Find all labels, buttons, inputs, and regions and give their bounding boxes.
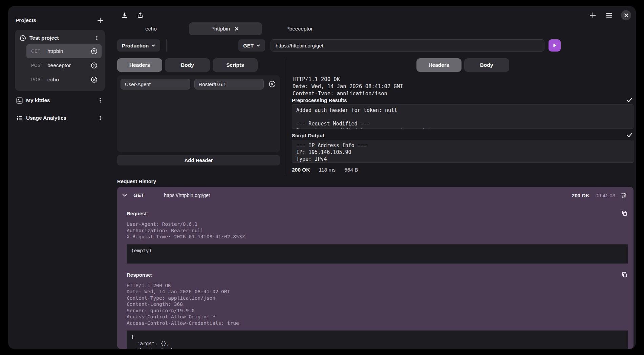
- script-output[interactable]: === IP Address Info === IP: 195.146.105.…: [292, 140, 634, 163]
- tab-beeceptor[interactable]: *beeceptor: [263, 22, 337, 35]
- history-url: https://httpbin.org/get: [164, 193, 567, 198]
- check-icon: [627, 133, 632, 138]
- history-request-body[interactable]: (empty): [127, 244, 628, 264]
- method-dropdown[interactable]: GET: [238, 39, 265, 52]
- chevron-down-icon[interactable]: [122, 193, 127, 198]
- trash-icon: [621, 192, 627, 199]
- projects-title: Projects: [16, 17, 36, 23]
- copy-response-button[interactable]: [621, 271, 628, 278]
- hamburger-icon: [605, 12, 613, 19]
- tab-echo[interactable]: echo: [114, 22, 188, 35]
- request-method-badge: POST: [31, 77, 47, 82]
- project-card: Test project GET httpbin POST bee: [15, 30, 105, 91]
- kebab-icon: [94, 35, 100, 41]
- collection-menu-button[interactable]: [97, 115, 104, 121]
- tab-label: *httpbin: [212, 26, 230, 32]
- add-project-button[interactable]: [96, 16, 104, 24]
- response-pane: Headers Body HTTP/1.1 200 OK Date: Wed, …: [292, 58, 634, 175]
- sidebar-request-beeceptor[interactable]: POST beeceptor: [26, 58, 102, 73]
- list-icon: [16, 115, 23, 121]
- request-name: beeceptor: [47, 62, 90, 68]
- header-row: [121, 79, 277, 90]
- close-icon: [624, 13, 628, 18]
- chevron-down-icon: [256, 43, 260, 47]
- window-close-button[interactable]: [621, 10, 631, 20]
- kebab-icon: [98, 98, 103, 103]
- download-icon: [121, 12, 128, 19]
- clock-icon: [20, 35, 26, 41]
- import-button[interactable]: [121, 11, 129, 19]
- headers-editor: [117, 75, 280, 152]
- environment-dropdown[interactable]: Production: [117, 39, 160, 52]
- remove-request-button[interactable]: [90, 76, 98, 84]
- preprocessing-section-header: Preprocessing Results: [292, 96, 634, 104]
- circle-x-icon: [91, 62, 98, 69]
- chevron-down-icon: [151, 43, 155, 47]
- sidebar-request-httpbin[interactable]: GET httpbin: [26, 44, 102, 58]
- request-editor-pane: Headers Body Scripts Add: [117, 58, 280, 175]
- response-headers-view[interactable]: HTTP/1.1 200 OK Date: Wed, 14 Jan 2026 0…: [293, 76, 634, 95]
- method-label: GET: [243, 43, 254, 48]
- copy-icon: [622, 272, 627, 278]
- script-output-section-header: Script Output: [292, 131, 634, 140]
- top-toolbar: [112, 6, 636, 21]
- export-button[interactable]: [136, 11, 144, 19]
- history-entry-header[interactable]: GET https://httpbin.org/get 200 OK 09:41…: [117, 187, 634, 204]
- header-name-input[interactable]: [121, 79, 190, 90]
- preprocessing-output[interactable]: Added auth header for token: null --- Re…: [292, 104, 634, 129]
- sidebar-item-usage-analytics[interactable]: Usage Analytics: [15, 110, 105, 126]
- collection-name: My kitties: [26, 97, 93, 103]
- history-timestamp: 09:41:03: [596, 193, 615, 198]
- request-label: Request:: [127, 211, 148, 216]
- request-name: echo: [47, 77, 90, 83]
- request-bar: Production GET: [112, 37, 636, 54]
- url-input[interactable]: [271, 39, 544, 52]
- send-request-button[interactable]: [549, 39, 561, 52]
- status-duration: 118 ms: [319, 167, 336, 173]
- main-area: echo *httpbin *beeceptor Production: [112, 6, 636, 349]
- share-icon: [137, 12, 144, 19]
- history-response-body[interactable]: { "args": {}, "headers": {: [127, 330, 628, 349]
- header-value-input[interactable]: [194, 79, 264, 90]
- collection-menu-button[interactable]: [97, 97, 104, 104]
- circle-x-icon: [91, 48, 98, 55]
- project-menu-button[interactable]: [93, 35, 100, 41]
- tab-httpbin[interactable]: *httpbin: [189, 22, 262, 35]
- remove-request-button[interactable]: [90, 47, 98, 55]
- app-window: Projects Test project GET: [8, 6, 636, 349]
- add-header-button[interactable]: Add Header: [117, 155, 280, 165]
- tab-label: *beeceptor: [287, 26, 313, 32]
- image-icon: [16, 97, 23, 104]
- remove-request-button[interactable]: [90, 61, 98, 70]
- history-method: GET: [133, 192, 144, 198]
- request-name: httpbin: [47, 48, 90, 54]
- request-method-badge: GET: [31, 49, 47, 54]
- environment-label: Production: [122, 43, 149, 48]
- script-output-title: Script Output: [292, 133, 324, 138]
- menu-button[interactable]: [605, 11, 614, 20]
- remove-header-button[interactable]: [268, 80, 277, 88]
- check-icon: [627, 98, 632, 102]
- tab-close-icon[interactable]: [235, 27, 239, 31]
- tab-request-headers[interactable]: Headers: [117, 58, 162, 72]
- tab-response-headers[interactable]: Headers: [416, 58, 461, 72]
- status-code: 200 OK: [292, 167, 310, 173]
- status-size: 564 B: [344, 167, 358, 173]
- tab-request-scripts[interactable]: Scripts: [213, 58, 258, 72]
- tab-response-body[interactable]: Body: [464, 58, 509, 72]
- history-response-headers: HTTP/1.1 200 OK Date: Wed, 14 Jan 2026 0…: [127, 282, 628, 327]
- divider: [286, 58, 286, 175]
- sidebar-item-my-kitties[interactable]: My kitties: [15, 92, 105, 109]
- delete-history-button[interactable]: [620, 192, 627, 199]
- tab-label: echo: [145, 26, 157, 32]
- sidebar-request-echo[interactable]: POST echo: [26, 73, 102, 87]
- request-history-title: Request History: [117, 178, 634, 184]
- divider: [166, 39, 167, 52]
- editor-panes: Headers Body Scripts Add: [112, 54, 636, 175]
- copy-request-button[interactable]: [621, 210, 628, 217]
- request-history-section: Request History GET https://httpbin.org/…: [112, 175, 636, 349]
- new-tab-button[interactable]: [588, 11, 597, 20]
- collection-name: Usage Analytics: [26, 115, 93, 121]
- tab-request-body[interactable]: Body: [165, 58, 210, 72]
- project-name: Test project: [29, 35, 90, 41]
